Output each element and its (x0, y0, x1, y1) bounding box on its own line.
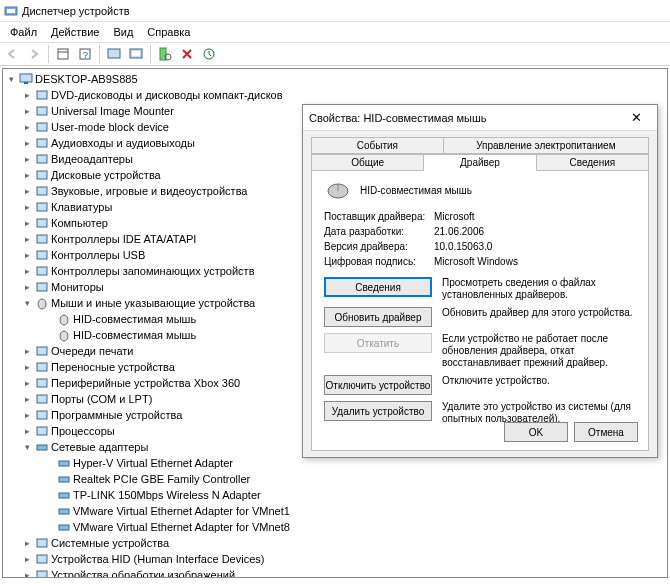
tree-root[interactable]: DESKTOP-AB9S885 (35, 73, 138, 85)
svg-rect-24 (37, 251, 47, 259)
expander-icon[interactable]: ▸ (21, 169, 33, 181)
generic-icon (35, 104, 49, 118)
tab-general[interactable]: Общие (311, 154, 424, 171)
display-icon (35, 152, 49, 166)
tree-item[interactable]: Программные устройства (51, 409, 182, 421)
expander-icon[interactable]: ▸ (21, 121, 33, 133)
dialog-title: Свойства: HID-совместимая мышь (309, 112, 487, 124)
disc-icon (35, 88, 49, 102)
menu-help[interactable]: Справка (141, 24, 196, 40)
expander-icon[interactable]: ▾ (21, 297, 33, 309)
tab-details[interactable]: Сведения (537, 154, 649, 171)
menu-file[interactable]: Файл (4, 24, 43, 40)
tree-category-mice[interactable]: Мыши и иные указывающие устройства (51, 297, 255, 309)
uninstall-device-button[interactable]: Удалить устройство (324, 401, 432, 421)
disable-device-button[interactable]: Отключить устройство (324, 375, 432, 395)
provider-label: Поставщик драйвера: (324, 211, 434, 222)
tree-item[interactable]: Процессоры (51, 425, 115, 437)
driver-details-button[interactable]: Сведения (324, 277, 432, 297)
tree-item[interactable]: Очереди печати (51, 345, 134, 357)
properties-dialog: Свойства: HID-совместимая мышь ✕ События… (302, 104, 658, 458)
tree-item[interactable]: Hyper-V Virtual Ethernet Adapter (73, 457, 233, 469)
tree-item[interactable]: Клавиатуры (51, 201, 112, 213)
tab-driver[interactable]: Драйвер (424, 154, 536, 171)
tab-events[interactable]: События (311, 137, 444, 154)
tree-item[interactable]: Порты (COM и LPT) (51, 393, 152, 405)
svg-rect-22 (37, 219, 47, 227)
expander-icon[interactable]: ▸ (21, 393, 33, 405)
tree-item[interactable]: Звуковые, игровые и видеоустройства (51, 185, 248, 197)
expander-icon[interactable]: ▸ (21, 89, 33, 101)
tree-item[interactable]: HID-совместимая мышь (73, 329, 196, 341)
expander-icon[interactable]: ▸ (21, 249, 33, 261)
tree-item[interactable]: Контроллеры IDE ATA/ATAPI (51, 233, 196, 245)
tree-item[interactable]: Аудиовходы и аудиовыходы (51, 137, 195, 149)
window-titlebar: Диспетчер устройств (0, 0, 670, 22)
cancel-button[interactable]: Отмена (574, 422, 638, 442)
tree-item[interactable]: User-mode block device (51, 121, 169, 133)
expander-icon[interactable]: ▾ (21, 441, 33, 453)
expander-icon[interactable]: ▸ (21, 553, 33, 565)
expander-icon[interactable]: ▸ (21, 185, 33, 197)
update-driver-button[interactable]: Обновить драйвер (324, 307, 432, 327)
expander-icon[interactable]: ▸ (21, 361, 33, 373)
signer-value: Microsoft Windows (434, 256, 636, 267)
close-icon[interactable]: ✕ (621, 110, 651, 125)
expander-icon[interactable]: ▸ (21, 425, 33, 437)
tree-item[interactable]: Переносные устройства (51, 361, 175, 373)
tree-item[interactable]: TP-LINK 150Mbps Wireless N Adapter (73, 489, 261, 501)
toolbar-scan-icon[interactable] (155, 44, 175, 64)
tree-item[interactable]: Контроллеры запоминающих устройств (51, 265, 254, 277)
tree-item[interactable]: Устройства HID (Human Interface Devices) (51, 553, 264, 565)
toolbar-back-icon[interactable] (2, 44, 22, 64)
expander-icon[interactable]: ▸ (21, 265, 33, 277)
tree-item[interactable]: VMware Virtual Ethernet Adapter for VMne… (73, 521, 290, 533)
tree-item[interactable]: VMware Virtual Ethernet Adapter for VMne… (73, 505, 290, 517)
svg-rect-13 (24, 82, 28, 84)
menu-action[interactable]: Действие (45, 24, 105, 40)
tree-item[interactable]: Периферийные устройства Xbox 360 (51, 377, 240, 389)
mouse-icon (57, 328, 71, 342)
tree-item[interactable]: Realtek PCIe GBE Family Controller (73, 473, 250, 485)
toolbar-uninstall-icon[interactable] (177, 44, 197, 64)
generic-icon (35, 120, 49, 134)
tree-item[interactable]: Видеоадаптеры (51, 153, 133, 165)
menu-view[interactable]: Вид (107, 24, 139, 40)
expander-icon[interactable]: ▸ (21, 409, 33, 421)
tree-item[interactable]: HID-совместимая мышь (73, 313, 196, 325)
toolbar-forward-icon[interactable] (24, 44, 44, 64)
tree-item[interactable]: Компьютер (51, 217, 108, 229)
expander-icon[interactable]: ▸ (21, 345, 33, 357)
expander-icon[interactable]: ▸ (21, 105, 33, 117)
toolbar-screen2-icon[interactable] (126, 44, 146, 64)
expander-icon[interactable]: ▸ (21, 569, 33, 578)
toolbar-screen1-icon[interactable] (104, 44, 124, 64)
tree-item[interactable]: Контроллеры USB (51, 249, 145, 261)
expander-icon[interactable]: ▸ (21, 537, 33, 549)
tree-item[interactable]: Мониторы (51, 281, 104, 293)
toolbar-properties-icon[interactable] (53, 44, 73, 64)
tree-category-network[interactable]: Сетевые адаптеры (51, 441, 148, 453)
svg-rect-43 (37, 555, 47, 563)
expander-icon[interactable]: ▸ (21, 281, 33, 293)
expander-icon[interactable]: ▸ (21, 153, 33, 165)
expander-icon[interactable]: ▸ (21, 217, 33, 229)
tree-item[interactable]: Дисковые устройства (51, 169, 161, 181)
expander-icon[interactable]: ▸ (21, 377, 33, 389)
svg-rect-17 (37, 139, 47, 147)
mouse-icon (35, 296, 49, 310)
expander-icon[interactable]: ▸ (21, 201, 33, 213)
tree-item[interactable]: Universal Image Mounter (51, 105, 174, 117)
portable-icon (35, 360, 49, 374)
tree-item[interactable]: Устройства обработки изображений (51, 569, 235, 578)
tree-item[interactable]: Системные устройства (51, 537, 169, 549)
expander-icon[interactable]: ▸ (21, 233, 33, 245)
toolbar-update-icon[interactable] (199, 44, 219, 64)
expander-icon[interactable]: ▾ (5, 73, 17, 85)
mouse-large-icon (324, 181, 352, 199)
toolbar-help-icon[interactable]: ? (75, 44, 95, 64)
ok-button[interactable]: OK (504, 422, 568, 442)
tab-power[interactable]: Управление электропитанием (444, 137, 649, 154)
expander-icon[interactable]: ▸ (21, 137, 33, 149)
tree-item[interactable]: DVD-дисководы и дисководы компакт-дисков (51, 89, 283, 101)
